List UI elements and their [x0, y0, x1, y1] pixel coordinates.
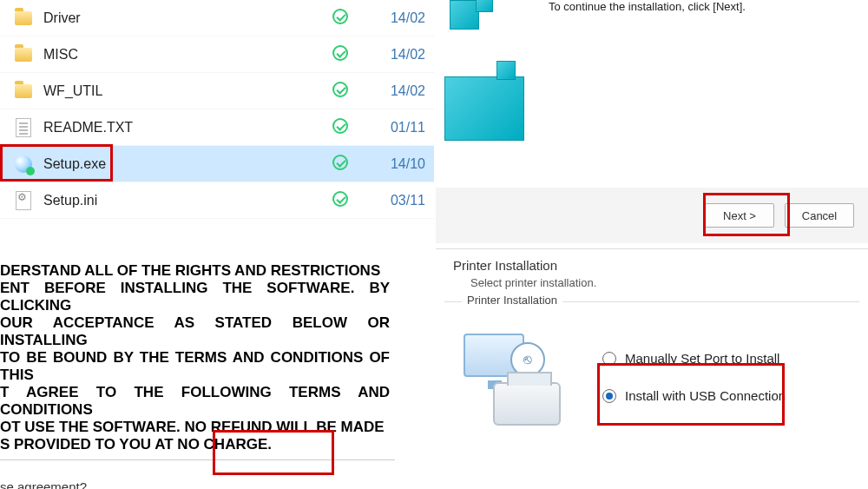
installer-art-icon: [441, 0, 545, 174]
next-button[interactable]: Next >: [705, 203, 774, 228]
wizard-button-bar: Next > Cancel: [436, 188, 868, 243]
file-name: Setup.exe: [35, 156, 319, 172]
file-row-setup-ini[interactable]: Setup.ini 03/11: [0, 182, 434, 219]
installer-welcome-panel: To continue the installation, click [Nex…: [436, 0, 868, 243]
folder-icon: [12, 48, 35, 62]
radio-usb-connection[interactable]: Install with USB Connection: [602, 388, 786, 403]
file-explorer-list: Driver 14/02 MISC 14/02 WF_UTIL 14/02 RE…: [0, 0, 434, 226]
license-question-text: se agreement?: [0, 479, 395, 489]
radio-icon: [602, 389, 616, 403]
file-name: WF_UTIL: [35, 83, 319, 99]
printer-connection-icon: ⎋: [458, 325, 580, 429]
radio-manual-port[interactable]: Manually Set Port to Install: [602, 351, 786, 366]
installer-icon: [12, 155, 35, 173]
file-date: 14/02: [361, 47, 434, 63]
cancel-button[interactable]: Cancel: [785, 203, 854, 228]
license-agreement-panel: DERSTAND ALL OF THE RIGHTS AND RESTRICTI…: [0, 261, 395, 489]
file-row-misc[interactable]: MISC 14/02: [0, 36, 434, 73]
file-row-setup-exe[interactable]: Setup.exe 14/10: [0, 146, 434, 182]
printer-options-group: Printer Installation ⎋ Manually Set Port…: [444, 301, 859, 446]
sync-ok-icon: [319, 9, 361, 28]
file-name: Driver: [35, 10, 319, 26]
installer-welcome-text: To continue the installation, click [Nex…: [549, 0, 746, 13]
config-file-icon: [12, 191, 35, 210]
file-name: README.TXT: [35, 120, 319, 135]
sync-ok-icon: [319, 191, 361, 210]
file-row-readme[interactable]: README.TXT 01/11: [0, 109, 434, 146]
file-row-driver[interactable]: Driver 14/02: [0, 0, 434, 36]
radio-label: Manually Set Port to Install: [625, 351, 779, 366]
file-date: 03/11: [361, 193, 434, 208]
license-body-text: DERSTAND ALL OF THE RIGHTS AND RESTRICTI…: [0, 261, 395, 456]
file-date: 14/02: [361, 83, 434, 99]
file-row-wfutil[interactable]: WF_UTIL 14/02: [0, 73, 434, 109]
radio-label: Install with USB Connection: [625, 388, 786, 403]
panel-title: Printer Installation: [436, 249, 868, 276]
folder-icon: [12, 11, 35, 25]
text-file-icon: [12, 118, 35, 137]
sync-ok-icon: [319, 118, 361, 137]
sync-ok-icon: [319, 155, 361, 174]
divider: [0, 459, 395, 460]
file-name: MISC: [35, 47, 319, 63]
folder-icon: [12, 84, 35, 98]
file-name: Setup.ini: [35, 193, 319, 208]
group-label: Printer Installation: [462, 294, 562, 307]
sync-ok-icon: [319, 45, 361, 64]
radio-icon: [602, 352, 616, 366]
printer-installation-panel: Printer Installation Select printer inst…: [436, 248, 868, 489]
sync-ok-icon: [319, 82, 361, 101]
file-date: 14/02: [361, 10, 434, 26]
file-date: 14/10: [361, 156, 434, 172]
file-date: 01/11: [361, 120, 434, 135]
